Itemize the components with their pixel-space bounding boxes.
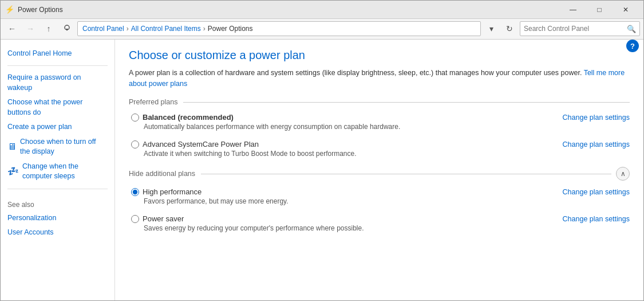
- power-options-window: ⚡ Power Options — □ ✕ ← → ↑ Control Pane…: [0, 0, 644, 301]
- minimize-button[interactable]: —: [560, 1, 586, 19]
- radio-balanced[interactable]: [131, 114, 139, 122]
- search-box: 🔍: [520, 21, 640, 36]
- sidebar-password-label: Require a password on wakeup: [7, 73, 108, 93]
- radio-power-saver[interactable]: [131, 215, 139, 223]
- see-also-label: See also: [1, 194, 114, 211]
- sidebar-home-label: Control Panel Home: [7, 49, 72, 59]
- sidebar-personalization-label: Personalization: [7, 213, 56, 224]
- plan-label-row-balanced: Balanced (recommended): [131, 113, 234, 122]
- plan-name-advanced: Advanced SystemCare Power Plan: [143, 140, 259, 148]
- plan-item-advanced: Advanced SystemCare Power Plan Change pl…: [129, 140, 630, 158]
- change-plan-high-performance[interactable]: Change plan settings: [563, 188, 630, 196]
- main-layout: Control Panel Home Require a password on…: [1, 40, 643, 300]
- forward-button[interactable]: →: [22, 21, 38, 37]
- collapse-additional-button[interactable]: ∧: [616, 167, 630, 181]
- help-button[interactable]: ?: [626, 40, 639, 52]
- content-area: Choose or customize a power plan A power…: [115, 40, 643, 300]
- plan-label-row-advanced: Advanced SystemCare Power Plan: [131, 140, 259, 148]
- additional-plans-line: [201, 174, 611, 174]
- sidebar-item-password[interactable]: Require a password on wakeup: [1, 71, 114, 95]
- preferred-plans-label: Preferred plans: [129, 98, 177, 106]
- plan-row-power-saver: Power saver Change plan settings: [131, 214, 630, 223]
- plan-item-power-saver: Power saver Change plan settings Saves e…: [129, 214, 630, 232]
- close-button[interactable]: ✕: [613, 1, 639, 19]
- sidebar-display-label: Choose when to turn off the display: [20, 137, 108, 157]
- plan-desc-balanced: Automatically balances performance with …: [144, 123, 630, 131]
- plan-item-balanced: Balanced (recommended) Change plan setti…: [129, 113, 630, 131]
- preferred-plans-line: [183, 102, 630, 103]
- sidebar-powerbuttons-label: Choose what the power buttons do: [7, 97, 108, 118]
- change-plan-advanced[interactable]: Change plan settings: [563, 140, 630, 148]
- sidebar-divider-2: [7, 189, 108, 189]
- radio-advanced[interactable]: [131, 140, 139, 148]
- plan-name-balanced: Balanced (recommended): [143, 113, 234, 122]
- sidebar-item-create-plan[interactable]: Create a power plan: [1, 120, 114, 135]
- plan-desc-advanced: Activate it when switching to Turbo Boos…: [144, 150, 630, 158]
- additional-plans-label: Hide additional plans: [129, 170, 195, 178]
- recent-locations-button[interactable]: [59, 21, 75, 37]
- plan-desc-high-performance: Favors performance, but may use more ene…: [144, 197, 630, 205]
- page-description: A power plan is a collection of hardware…: [129, 68, 630, 89]
- window-controls: — □ ✕: [560, 1, 639, 19]
- plan-desc-power-saver: Saves energy by reducing your computer's…: [144, 224, 630, 232]
- change-plan-power-saver[interactable]: Change plan settings: [563, 215, 630, 223]
- plan-row-advanced: Advanced SystemCare Power Plan Change pl…: [131, 140, 630, 148]
- breadcrumb: Control Panel › All Control Panel Items …: [77, 21, 481, 36]
- sleep-icon: 💤: [7, 165, 19, 178]
- radio-high-performance[interactable]: [131, 188, 139, 196]
- sidebar-item-sleep[interactable]: 💤 Change when the computer sleeps: [1, 159, 114, 184]
- sidebar-item-power-buttons[interactable]: Choose what the power buttons do: [1, 95, 114, 120]
- maximize-button[interactable]: □: [586, 1, 613, 19]
- sidebar-divider-1: [7, 65, 108, 66]
- up-button[interactable]: ↑: [41, 21, 57, 37]
- sidebar: Control Panel Home Require a password on…: [1, 40, 115, 300]
- sidebar-useraccounts-label: User Accounts: [7, 228, 54, 238]
- app-icon: ⚡: [5, 5, 14, 14]
- title-bar: ⚡ Power Options — □ ✕: [1, 1, 643, 19]
- plan-item-high-performance: High performance Change plan settings Fa…: [129, 187, 630, 205]
- display-icon: 🖥: [7, 140, 17, 153]
- sidebar-sleep-label: Change when the computer sleeps: [22, 162, 108, 182]
- additional-plans-header: Hide additional plans ∧: [129, 167, 630, 181]
- plan-name-power-saver: Power saver: [143, 214, 184, 223]
- description-text: A power plan is a collection of hardware…: [129, 69, 582, 77]
- sidebar-item-home[interactable]: Control Panel Home: [1, 46, 114, 61]
- breadcrumb-current: Power Options: [208, 25, 253, 33]
- plan-name-high-performance: High performance: [143, 187, 202, 196]
- sidebar-item-user-accounts[interactable]: User Accounts: [1, 225, 114, 240]
- change-plan-balanced[interactable]: Change plan settings: [563, 114, 630, 122]
- search-input[interactable]: [524, 25, 627, 33]
- refresh-button[interactable]: ↻: [501, 21, 517, 37]
- search-button[interactable]: 🔍: [627, 25, 636, 33]
- window-title: Power Options: [18, 6, 560, 14]
- page-title: Choose or customize a power plan: [129, 49, 630, 62]
- dropdown-button[interactable]: ▾: [483, 21, 499, 37]
- back-button[interactable]: ←: [4, 21, 20, 37]
- plan-row-high-performance: High performance Change plan settings: [131, 187, 630, 196]
- breadcrumb-control-panel[interactable]: Control Panel: [82, 25, 124, 33]
- sidebar-item-turn-off-display[interactable]: 🖥 Choose when to turn off the display: [1, 135, 114, 159]
- plan-row-balanced: Balanced (recommended) Change plan setti…: [131, 113, 630, 122]
- breadcrumb-all-items[interactable]: All Control Panel Items: [131, 25, 201, 33]
- sidebar-item-personalization[interactable]: Personalization: [1, 211, 114, 226]
- preferred-plans-header: Preferred plans: [129, 98, 630, 106]
- plan-label-row-high-performance: High performance: [131, 187, 202, 196]
- plan-label-row-power-saver: Power saver: [131, 214, 184, 223]
- address-bar: ← → ↑ Control Panel › All Control Panel …: [1, 19, 643, 40]
- sidebar-createplan-label: Create a power plan: [7, 122, 72, 132]
